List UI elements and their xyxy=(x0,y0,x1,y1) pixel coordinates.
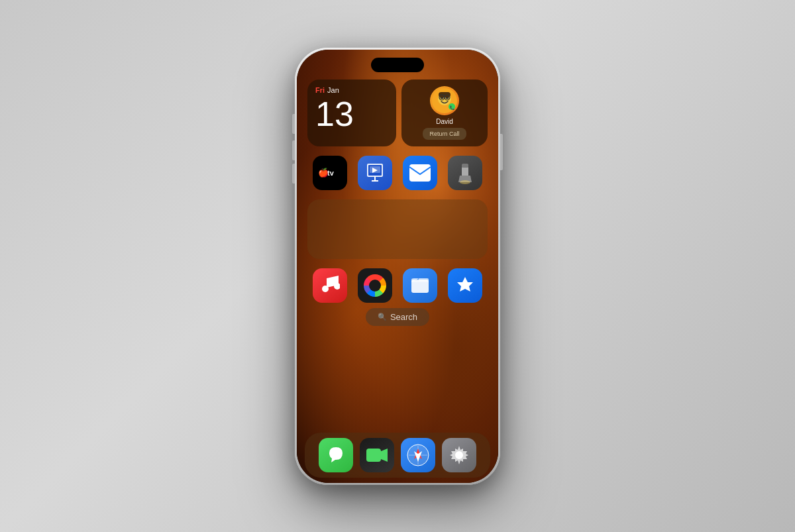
svg-rect-26 xyxy=(411,281,429,282)
return-call-button[interactable]: Return Call xyxy=(423,128,466,140)
app-row-1: 🍎 tv xyxy=(302,156,493,190)
home-screen: Fri Jan 13 xyxy=(297,50,498,483)
calendar-day: Fri xyxy=(315,86,325,94)
mail-icon xyxy=(409,164,431,182)
widgets-row: Fri Jan 13 xyxy=(297,80,498,146)
search-label: Search xyxy=(390,312,417,322)
phone-frame: Fri Jan 13 xyxy=(295,48,500,485)
facetime-app[interactable] xyxy=(360,438,394,472)
avatar-icon: 📞 xyxy=(432,88,457,113)
svg-point-22 xyxy=(460,180,470,184)
calendar-date: 13 xyxy=(315,97,388,131)
svg-rect-27 xyxy=(366,449,381,462)
svg-rect-18 xyxy=(409,164,431,182)
facetime-icon xyxy=(365,446,389,464)
music-app[interactable] xyxy=(313,268,347,303)
calendar-month: Jan xyxy=(327,86,339,94)
messages-icon xyxy=(325,445,346,466)
svg-text:tv: tv xyxy=(327,169,335,177)
svg-rect-21 xyxy=(462,164,468,168)
files-icon xyxy=(409,274,431,297)
mail-app[interactable] xyxy=(403,156,437,190)
photos-icon xyxy=(364,274,386,297)
calendar-header: Fri Jan xyxy=(315,86,388,94)
app-row-2 xyxy=(302,268,493,303)
search-icon: 🔍 xyxy=(378,313,387,321)
messages-app[interactable] xyxy=(319,438,353,472)
keynote-app[interactable] xyxy=(358,156,392,190)
contact-widget[interactable]: 📞 David Return Call xyxy=(401,80,488,146)
appstore-app[interactable] xyxy=(448,268,482,303)
photos-app[interactable] xyxy=(358,268,392,303)
safari-icon xyxy=(406,443,430,467)
calendar-widget[interactable]: Fri Jan 13 xyxy=(307,80,396,146)
folder-widget[interactable] xyxy=(307,199,488,259)
apple-tv-app[interactable]: 🍎 tv xyxy=(313,156,347,190)
settings-icon xyxy=(449,445,470,466)
music-icon xyxy=(320,274,340,297)
dock xyxy=(305,433,490,478)
apple-tv-icon: 🍎 tv xyxy=(318,166,342,180)
search-button[interactable]: 🔍 Search xyxy=(366,308,429,326)
flashlight-app[interactable] xyxy=(448,156,482,190)
contact-avatar: 📞 xyxy=(430,86,459,115)
contact-name: David xyxy=(436,118,453,125)
appstore-icon xyxy=(454,274,476,297)
phone-screen: Fri Jan 13 xyxy=(297,50,498,483)
files-app[interactable] xyxy=(403,268,437,303)
svg-text:📞: 📞 xyxy=(450,105,455,110)
svg-point-23 xyxy=(322,286,329,292)
dynamic-island xyxy=(371,58,424,72)
safari-app[interactable] xyxy=(401,438,435,472)
svg-rect-19 xyxy=(462,166,468,177)
svg-marker-28 xyxy=(381,449,388,462)
settings-app[interactable] xyxy=(442,438,476,472)
flashlight-icon xyxy=(456,161,474,185)
keynote-icon xyxy=(363,161,387,185)
